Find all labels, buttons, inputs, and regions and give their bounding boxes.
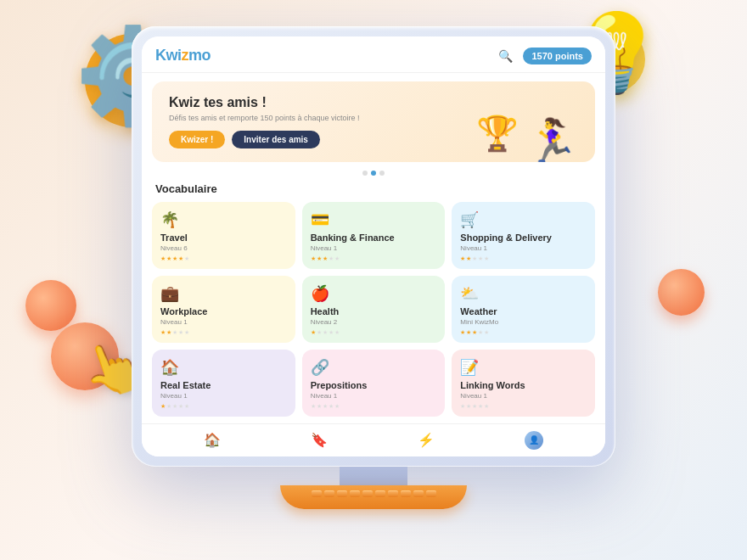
card-title: Shopping & Delivery (460, 232, 587, 243)
card-icon: 🌴 (160, 210, 287, 229)
bottom-navigation: 🏠 🔖 ⚡ 👤 (142, 423, 605, 456)
star-empty: ★ (172, 403, 177, 410)
card-prepositions[interactable]: 🔗 Prepositions Niveau 1 ★★★★★ (302, 350, 446, 417)
star-filled: ★ (323, 255, 328, 262)
app-logo: Kwizmo (155, 47, 211, 64)
monitor: Kwizmo 🔍 1570 points Kwiz tes amis ! Déf… (132, 26, 615, 509)
card-workplace[interactable]: 💼 Workplace Niveau 1 ★★★★★ (152, 276, 295, 343)
card-title: Banking & Finance (311, 232, 437, 243)
nav-avatar[interactable]: 👤 (525, 431, 543, 450)
key (350, 490, 360, 497)
key (312, 490, 322, 497)
nav-bookmark[interactable]: 🔖 (311, 432, 328, 448)
star-filled: ★ (311, 329, 316, 336)
card-icon: 🏠 (160, 358, 287, 377)
card-weather[interactable]: ⛅ Weather Mini KwizMo ★★★★★ (452, 276, 595, 343)
star-filled: ★ (160, 329, 166, 336)
key (375, 490, 385, 497)
star-empty: ★ (172, 329, 177, 336)
star-empty: ★ (334, 403, 340, 410)
card-travel[interactable]: 🌴 Travel Niveau 6 ★★★★★ (152, 202, 295, 269)
banner-dots (142, 171, 605, 176)
star-filled: ★ (166, 329, 171, 336)
key (426, 490, 436, 497)
star-rating: ★★★★★ (460, 403, 587, 410)
star-empty: ★ (184, 255, 189, 262)
card-level: Niveau 6 (160, 244, 287, 252)
card-icon: 💳 (311, 210, 437, 229)
card-level: Niveau 1 (160, 392, 287, 400)
card-title: Weather (460, 306, 587, 316)
star-rating: ★★★★★ (460, 255, 587, 262)
banner-title: Kwiz tes amis ! (169, 95, 578, 110)
star-empty: ★ (484, 329, 489, 336)
star-empty: ★ (323, 403, 328, 410)
card-linking-words[interactable]: 📝 Linking Words Niveau 1 ★★★★★ (452, 350, 595, 417)
star-empty: ★ (178, 329, 183, 336)
card-icon: ⛅ (460, 284, 587, 303)
star-filled: ★ (160, 403, 166, 410)
star-filled: ★ (460, 329, 465, 336)
star-empty: ★ (184, 403, 189, 410)
card-title: Travel (160, 232, 287, 243)
sphere-left (25, 280, 76, 331)
star-empty: ★ (311, 403, 316, 410)
star-filled: ★ (317, 255, 322, 262)
card-real-estate[interactable]: 🏠 Real Estate Niveau 1 ★★★★★ (152, 350, 295, 417)
star-rating: ★★★★★ (311, 403, 437, 410)
trophy-icon: 🏆 (476, 114, 519, 154)
card-title: Real Estate (160, 380, 287, 390)
star-empty: ★ (484, 255, 489, 262)
star-empty: ★ (478, 255, 483, 262)
logo-prefix: Kwi (155, 47, 182, 64)
star-rating: ★★★★★ (160, 403, 287, 410)
logo-suffix: mo (188, 47, 211, 64)
star-filled: ★ (466, 255, 471, 262)
section-title: Vocabulaire (142, 179, 605, 202)
card-banking-&-finance[interactable]: 💳 Banking & Finance Niveau 1 ★★★★★ (302, 202, 446, 269)
card-health[interactable]: 🍎 Health Niveau 2 ★★★★★ (302, 276, 446, 343)
dot-3 (379, 171, 385, 176)
star-empty: ★ (472, 255, 477, 262)
keyboard (280, 485, 467, 502)
star-empty: ★ (323, 329, 328, 336)
key (324, 490, 334, 497)
hero-banner: Kwiz tes amis ! Défis tes amis et rempor… (152, 81, 595, 162)
star-filled: ★ (178, 255, 183, 262)
star-rating: ★★★★★ (311, 255, 437, 262)
key (388, 490, 398, 497)
card-level: Niveau 2 (311, 318, 437, 326)
star-filled: ★ (172, 255, 177, 262)
card-title: Health (311, 306, 437, 316)
card-title: Workplace (160, 306, 287, 316)
card-level: Mini KwizMo (460, 318, 587, 326)
star-empty: ★ (484, 403, 489, 410)
dot-1 (362, 171, 368, 176)
points-badge: 1570 points (523, 48, 592, 64)
card-level: Niveau 1 (311, 392, 437, 400)
invite-button[interactable]: Inviter des amis (232, 131, 320, 148)
star-empty: ★ (184, 329, 189, 336)
nav-home[interactable]: 🏠 (204, 432, 221, 448)
key (413, 490, 424, 497)
star-empty: ★ (466, 403, 471, 410)
card-icon: 🔗 (311, 358, 437, 377)
app-header: Kwizmo 🔍 1570 points (142, 36, 605, 73)
stand-base (280, 485, 467, 509)
card-shopping-&-delivery[interactable]: 🛒 Shopping & Delivery Niveau 1 ★★★★★ (452, 202, 595, 269)
star-empty: ★ (317, 403, 322, 410)
monitor-stand (132, 467, 615, 509)
star-empty: ★ (334, 329, 340, 336)
star-empty: ★ (329, 255, 334, 262)
star-filled: ★ (311, 255, 316, 262)
monitor-body: Kwizmo 🔍 1570 points Kwiz tes amis ! Déf… (132, 26, 615, 467)
kwizer-button[interactable]: Kwizer ! (169, 131, 225, 148)
header-right: 🔍 1570 points (494, 45, 592, 67)
nav-lightning[interactable]: ⚡ (418, 432, 435, 448)
stand-neck (340, 467, 407, 485)
card-icon: 💼 (160, 284, 287, 303)
star-empty: ★ (329, 403, 334, 410)
star-rating: ★★★★★ (311, 329, 437, 336)
sphere-right (658, 269, 705, 316)
search-button[interactable]: 🔍 (494, 45, 516, 67)
